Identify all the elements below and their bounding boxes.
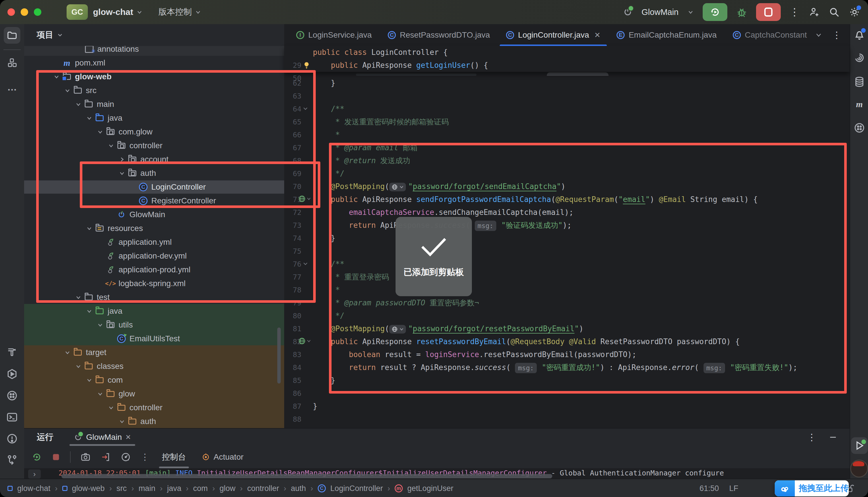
stop-button[interactable] <box>756 3 781 21</box>
breadcrumb[interactable]: main <box>138 484 156 493</box>
thread-dump-camera-icon[interactable] <box>80 452 91 462</box>
tree-item-target-controller[interactable]: controller <box>24 401 284 414</box>
console-tab[interactable]: 控制台 <box>159 446 189 468</box>
gauge-icon[interactable] <box>120 452 131 462</box>
dependencies-tool-button[interactable] <box>6 389 18 402</box>
tree-item-registercontroller[interactable]: CRegisterController <box>24 194 284 208</box>
chevron-expanded-icon[interactable] <box>84 225 94 232</box>
debug-button[interactable] <box>736 6 748 18</box>
toolbar-kebab[interactable]: ⋮ <box>141 453 149 462</box>
code-line[interactable]: 62 } <box>284 77 850 90</box>
tree-item-main[interactable]: main <box>24 98 284 111</box>
tree-item-target-auth[interactable]: auth <box>24 415 284 428</box>
code-line[interactable]: 64 /** <box>284 102 850 115</box>
version-control-tool-button[interactable] <box>6 454 18 466</box>
code-line[interactable]: 72 emailCaptchaService.sendChangeEmailCa… <box>284 206 850 219</box>
breadcrumb[interactable]: glow <box>220 484 236 493</box>
code-line[interactable]: 69 */ <box>284 167 850 180</box>
rerun-icon[interactable] <box>32 452 42 462</box>
database-icon[interactable] <box>853 76 865 88</box>
breadcrumb[interactable]: glow-chat <box>17 484 50 493</box>
code-line[interactable]: 81 @PostMapping("password/forgot/resetPa… <box>284 322 850 335</box>
minimize-window-button[interactable] <box>21 8 28 16</box>
tree-item-logincontroller[interactable]: CLoginController <box>24 181 284 194</box>
breadcrumb[interactable]: LoginController <box>330 484 383 493</box>
tree-item-test[interactable]: test <box>24 291 284 304</box>
tree-scrollbar[interactable] <box>277 327 281 384</box>
breadcrumb[interactable]: auth <box>291 484 306 493</box>
vcs-menu[interactable]: 版本控制 <box>159 6 192 18</box>
url-globe-inlay[interactable] <box>389 183 406 191</box>
project-panel-header[interactable]: 项目 <box>24 24 284 46</box>
chevron-expanded-icon[interactable] <box>106 142 116 150</box>
tree-item-application-prod-yml[interactable]: application-prod.yml <box>24 263 284 276</box>
project-tool-button[interactable] <box>4 27 20 44</box>
tree-item-src[interactable]: src <box>24 84 284 97</box>
chevron-expanded-icon[interactable] <box>117 170 127 177</box>
code-line[interactable]: 74 } <box>284 232 850 245</box>
code-line[interactable]: 73 return ApiResponse.success( msg: "验证码… <box>284 219 850 232</box>
actuator-tab[interactable]: Actuator <box>198 446 246 468</box>
stop-icon[interactable] <box>52 453 60 462</box>
console-expand-icon[interactable]: › <box>28 469 41 479</box>
tree-item-glow-web[interactable]: glow-web <box>24 70 284 83</box>
request-mapping-gutter-icon[interactable] <box>298 195 311 203</box>
code-line[interactable]: 70 @PostMapping("password/forgot/sendEma… <box>284 180 850 193</box>
tree-item-target-com[interactable]: com <box>24 373 284 387</box>
tree-item-resources[interactable]: resources <box>24 222 284 235</box>
run-configuration-selector[interactable]: GlowMain <box>642 8 679 17</box>
tree-item-application-yml[interactable]: application.yml <box>24 236 284 249</box>
caret-position[interactable]: 61:50 <box>700 484 719 493</box>
fold-chevron-icon[interactable] <box>302 260 309 267</box>
breadcrumb[interactable]: java <box>167 484 181 493</box>
chevron-expanded-icon[interactable] <box>84 114 94 122</box>
build-tool-button[interactable] <box>6 346 18 358</box>
tree-item-account[interactable]: account <box>24 153 284 166</box>
tree-item-java[interactable]: java <box>24 112 284 125</box>
mascot-avatar[interactable] <box>850 460 868 478</box>
settings-gear-icon[interactable] <box>849 6 860 18</box>
structure-tool-button[interactable] <box>6 57 17 68</box>
tree-item-target[interactable]: target <box>24 346 284 359</box>
code-line[interactable]: 79 * @param passwordDTO 重置密码参数¬ <box>284 297 850 309</box>
notifications-bell-icon[interactable] <box>853 28 866 41</box>
chevron-expanded-icon[interactable] <box>117 418 127 425</box>
services-tool-button[interactable] <box>6 368 18 380</box>
chevron-expanded-icon[interactable] <box>52 73 62 81</box>
chevron-expanded-icon[interactable] <box>95 390 105 398</box>
tree-item-emailutilstest[interactable]: CEmailUtilsTest <box>24 332 284 345</box>
tree-item-classes[interactable]: classes <box>24 360 284 373</box>
tree-item-utils[interactable]: utils <box>24 318 284 331</box>
plugins-grid-icon[interactable] <box>853 122 865 134</box>
code-line[interactable]: 87} <box>284 400 850 413</box>
chevron-collapsed-icon[interactable] <box>117 156 127 163</box>
more-actions-kebab[interactable]: ⋮ <box>789 7 800 17</box>
tree-item-auth[interactable]: auth <box>24 167 284 180</box>
chevron-expanded-icon[interactable] <box>106 404 116 411</box>
line-ending[interactable]: LF <box>729 484 738 493</box>
add-user-icon[interactable] <box>808 6 820 18</box>
tree-item-glowmain[interactable]: GlowMain <box>24 208 284 221</box>
code-line[interactable]: 78 * <box>284 284 850 297</box>
chevron-expanded-icon[interactable] <box>73 294 84 301</box>
code-line[interactable]: 63 <box>284 90 850 102</box>
more-tools-button[interactable]: … <box>7 82 17 93</box>
upload-drop-widget[interactable]: 拖拽至此上传 <box>775 480 849 496</box>
chevron-expanded-icon[interactable] <box>73 101 84 108</box>
sticky-line[interactable]: 50 public ApiResponse getLoginUser() { <box>284 59 850 72</box>
close-window-button[interactable] <box>8 8 15 16</box>
horizontal-scrollbar[interactable] <box>61 474 552 478</box>
zoom-window-button[interactable] <box>34 8 41 16</box>
rerun-button[interactable] <box>703 3 727 21</box>
terminal-tool-button[interactable] <box>6 411 18 423</box>
tree-item-com-glow[interactable]: com.glow <box>24 125 284 139</box>
breadcrumb[interactable]: glow-web <box>72 484 105 493</box>
code-line[interactable]: 65 * 发送重置密码时候的邮箱验证码 <box>284 115 850 128</box>
tree-item-annotations[interactable]: annotations <box>24 46 284 56</box>
code-line[interactable]: 77 * 重置登录密码 <box>284 271 850 284</box>
run-options-kebab[interactable]: ⋮ <box>807 432 816 442</box>
chevron-expanded-icon[interactable] <box>73 363 84 370</box>
run-tool-button-active[interactable] <box>851 437 868 454</box>
project-avatar[interactable]: GC <box>67 4 88 20</box>
lightbulb-icon[interactable] <box>303 61 311 69</box>
